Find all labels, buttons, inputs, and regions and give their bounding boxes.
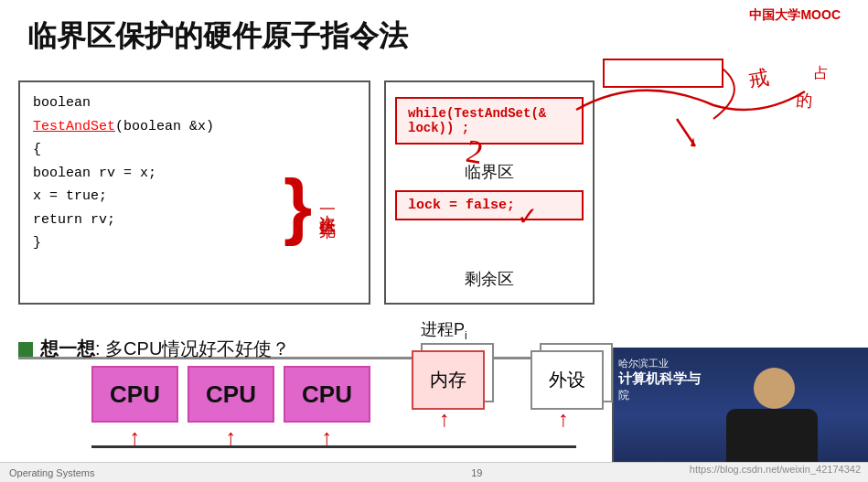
url-text: https://blog.csdn.net/weixin_42174342 xyxy=(690,464,861,475)
cpu-row: CPU ↑ CPU ↑ CPU ↑ xyxy=(91,366,370,450)
extdev-box: 外设 xyxy=(530,350,604,410)
algo-while: while(TestAndSet(& lock)) ; xyxy=(395,97,584,145)
univ-text: 哈尔滨工业 计算机科学与 院 xyxy=(618,357,701,403)
cpu-connect-line xyxy=(91,445,439,448)
cpu-box-3: CPU xyxy=(284,366,370,423)
memory-box: 内存 xyxy=(412,350,485,410)
svg-rect-0 xyxy=(604,59,723,87)
cpu-wrapper-2: CPU ↑ xyxy=(188,366,274,450)
think-label: 想一想 xyxy=(40,337,95,361)
mem-arrow: ↑ xyxy=(439,406,450,432)
bullet-square xyxy=(18,342,33,357)
cpu-box-2: CPU xyxy=(188,366,274,423)
brace-symbol: } xyxy=(284,169,312,242)
bottom-left-label: Operating Systems xyxy=(9,467,95,478)
func-suffix: (boolean &x) xyxy=(115,119,214,134)
mem-ext-area: 内存 ↑ 外设 ↑ xyxy=(412,343,627,412)
bottom-center-label: 19 xyxy=(471,467,482,478)
svg-marker-4 xyxy=(691,137,695,146)
svg-text:占: 占 xyxy=(814,65,829,80)
algo-lock: lock = false; xyxy=(395,190,584,220)
svg-text:的: 的 xyxy=(796,91,814,110)
algo-box: while(TestAndSet(& lock)) ; 临界区 lock = f… xyxy=(384,80,595,305)
func-name: TestAndSet xyxy=(33,119,115,134)
code-line1: boolean xyxy=(33,91,356,115)
person-head xyxy=(754,368,795,409)
think-question: 想一想 : 多CPU情况好不好使？ xyxy=(18,337,290,361)
watermark: 中国大学MOOC xyxy=(749,7,841,24)
brace-text: 一次执行完毕 xyxy=(316,200,337,211)
slide: 临界区保护的硬件原子指令法 boolean TestAndSet(boolean… xyxy=(0,0,868,482)
process-label: 进程Pi xyxy=(421,318,467,342)
brace-annotation: } 一次执行完毕 xyxy=(284,142,357,270)
watermark-text: 中国大学MOOC xyxy=(749,7,841,24)
ext-arrow: ↑ xyxy=(558,406,569,432)
code-func: TestAndSet(boolean &x) xyxy=(33,115,356,139)
cpu-wrapper-3: CPU ↑ xyxy=(284,366,370,450)
cpu-box-1: CPU xyxy=(91,366,178,423)
memory-stack: 内存 ↑ xyxy=(412,343,508,412)
svg-text:戒: 戒 xyxy=(747,65,771,91)
extdev-stack: 外设 ↑ xyxy=(530,343,627,412)
algo-remainder: 剩余区 xyxy=(465,268,514,290)
think-text: : 多CPU情况好不好使？ xyxy=(95,337,290,361)
page-title: 临界区保护的硬件原子指令法 xyxy=(27,16,408,57)
mem-connect-line xyxy=(412,445,576,448)
cpu-wrapper-1: CPU ↑ xyxy=(91,366,178,450)
checkmark-annotation: ✓ xyxy=(517,201,538,231)
